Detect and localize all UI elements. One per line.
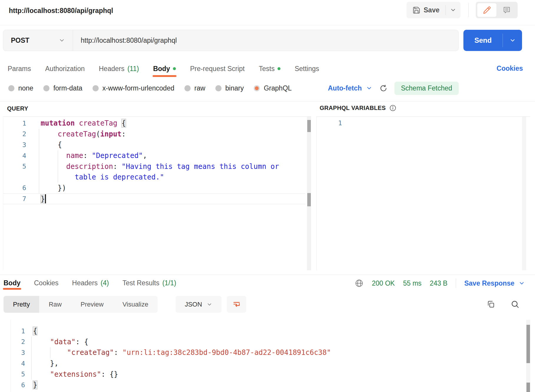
line-number: 4: [0, 360, 25, 367]
divider: [468, 3, 469, 17]
body-type-label: none: [18, 84, 33, 92]
refresh-schema-button[interactable]: [379, 84, 387, 92]
copy-response-button[interactable]: [484, 298, 497, 311]
save-button-group: Save: [407, 2, 460, 18]
tab-headers[interactable]: Headers(11): [99, 60, 139, 77]
body-type-label: x-www-form-urlencoded: [103, 84, 174, 92]
tab-count: (4): [101, 279, 109, 287]
line-number: 6: [3, 184, 26, 192]
search-response-button[interactable]: [508, 298, 521, 311]
method-selector[interactable]: POST: [3, 30, 73, 51]
radio-icon: [215, 85, 222, 91]
tab-label: Cookies: [34, 279, 59, 287]
tab-label: Body: [4, 279, 21, 287]
view-mode-preview[interactable]: Preview: [71, 296, 113, 313]
tab-params[interactable]: Params: [8, 60, 31, 77]
url-input[interactable]: http://localhost:8080/api/graphql: [81, 37, 177, 45]
code-line: 6}: [0, 380, 520, 391]
save-button[interactable]: Save: [407, 2, 445, 18]
chevron-down-icon: [366, 85, 372, 91]
tab-label: Body: [153, 65, 170, 73]
scrollbar-cursor-marker: [307, 193, 311, 206]
body-type-form-data[interactable]: form-data: [43, 84, 82, 92]
autofetch-label: Auto-fetch: [328, 84, 362, 92]
save-options-dropdown[interactable]: [446, 2, 460, 18]
response-body-viewer[interactable]: 1{2 "data": {3 "createTag": "urn:li:tag:…: [0, 320, 526, 392]
comment-icon: [503, 6, 511, 14]
tab-settings[interactable]: Settings: [295, 60, 319, 77]
body-type-graphql[interactable]: GraphQL: [254, 84, 292, 92]
tab-tests[interactable]: Tests: [259, 60, 281, 77]
send-options-dropdown[interactable]: [503, 30, 522, 51]
code-line: 1mutation createTag {: [3, 118, 305, 129]
send-button[interactable]: Send: [463, 30, 503, 51]
graphql-variables-editor[interactable]: 1: [316, 116, 530, 270]
response-tab-cookies[interactable]: Cookies: [34, 276, 59, 290]
query-editor[interactable]: 1mutation createTag {2 createTag(input:3…: [3, 116, 311, 270]
body-type-binary[interactable]: binary: [215, 84, 244, 92]
view-mode-pretty[interactable]: Pretty: [4, 296, 39, 313]
edit-mode-button[interactable]: [477, 3, 496, 17]
line-number: 1: [3, 120, 26, 127]
code-line: table is deprecated.": [3, 172, 305, 183]
tab-label: Authorization: [45, 65, 85, 73]
view-mode-raw[interactable]: Raw: [39, 296, 71, 313]
code-line: 2 createTag(input:: [3, 129, 305, 140]
divider: [73, 30, 73, 51]
response-tab-headers[interactable]: Headers(4): [72, 276, 109, 290]
cookies-link[interactable]: Cookies: [497, 65, 523, 73]
tab-label: Pre-request Script: [190, 65, 245, 73]
body-type-raw[interactable]: raw: [184, 84, 205, 92]
save-button-label: Save: [424, 6, 440, 14]
view-mode-visualize[interactable]: Visualize: [113, 296, 158, 313]
tab-authorization[interactable]: Authorization: [45, 60, 85, 77]
save-response-dropdown[interactable]: Save Response: [464, 279, 525, 287]
response-time: 55 ms: [403, 279, 422, 287]
variables-scrollbar[interactable]: [522, 117, 526, 270]
method-label: POST: [11, 37, 29, 45]
line-number: 3: [3, 141, 26, 149]
body-type-x-www-form-urlencoded[interactable]: x-www-form-urlencoded: [93, 84, 174, 92]
scrollbar-thumb[interactable]: [526, 383, 530, 392]
response-tab-body[interactable]: Body: [4, 276, 21, 290]
line-number: 2: [0, 338, 25, 345]
network-globe-icon[interactable]: [355, 279, 364, 288]
tab-label: Test Results: [123, 279, 159, 287]
query-panel-title: QUERY: [7, 105, 28, 112]
app-window: http://localhost:8080/api/graphql Save: [0, 0, 535, 392]
scrollbar-thumb[interactable]: [526, 325, 530, 363]
refresh-icon: [379, 84, 387, 92]
response-format-dropdown[interactable]: JSON: [176, 296, 222, 313]
line-number: 3: [0, 349, 25, 356]
radio-icon: [93, 85, 99, 91]
beautify-button[interactable]: [227, 296, 246, 313]
response-tabs: BodyCookiesHeaders(4)Test Results(1/1): [4, 276, 176, 290]
status-code: 200 OK: [372, 279, 395, 287]
info-icon[interactable]: [389, 104, 397, 112]
code-text: name: "Deprecated",: [41, 151, 147, 160]
code-text: }): [41, 184, 66, 192]
code-line: 4 },: [0, 358, 520, 369]
code-line: 5 "extensions": {}: [0, 369, 520, 380]
tab-pre-request-script[interactable]: Pre-request Script: [190, 60, 245, 77]
body-type-label: GraphQL: [264, 84, 292, 92]
body-type-label: binary: [225, 84, 244, 92]
autofetch-dropdown[interactable]: Auto-fetch: [328, 84, 372, 92]
tab-count: (1/1): [162, 279, 176, 287]
response-meta: 200 OK 55 ms 243 B Save Response: [355, 277, 525, 289]
body-type-none[interactable]: none: [8, 84, 33, 92]
response-tab-test-results[interactable]: Test Results(1/1): [123, 276, 176, 290]
scrollbar-thumb[interactable]: [307, 120, 311, 132]
code-line: 5 description: "Having this tag means th…: [3, 161, 305, 172]
line-number: 1: [317, 118, 342, 129]
response-code-lines: 1{2 "data": {3 "createTag": "urn:li:tag:…: [0, 326, 520, 391]
copy-icon: [486, 300, 495, 309]
response-scrollbar[interactable]: [526, 320, 530, 392]
radio-icon: [254, 85, 260, 91]
query-scrollbar[interactable]: [307, 117, 311, 270]
text-cursor: [45, 194, 46, 203]
pencil-icon: [483, 6, 491, 14]
comments-button[interactable]: [497, 3, 516, 17]
tab-body[interactable]: Body: [153, 60, 176, 77]
divider: [456, 279, 456, 288]
